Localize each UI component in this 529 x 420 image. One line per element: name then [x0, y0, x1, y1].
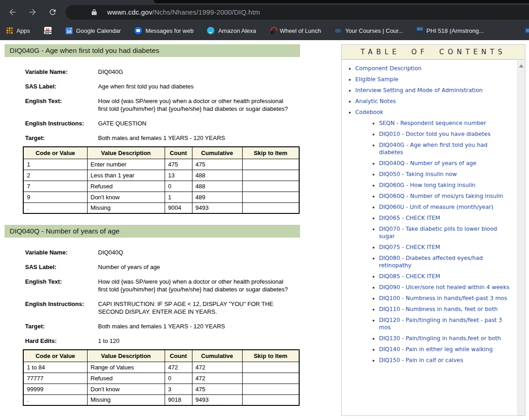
browser-toolbar: wwwn.cdc.gov/Nchs/Nhanes/1999-2000/DIQ.h… [0, 3, 529, 21]
toc-link-analytic-notes[interactable]: Analytic Notes [355, 98, 396, 104]
table-header-row: Code or Value Value Description Count Cu… [23, 350, 299, 362]
field-value: Age when first told you had diabetes [98, 83, 294, 90]
field-value: Both males and females 1 YEARS - 120 YEA… [98, 134, 294, 142]
toc-link-diq060g[interactable]: DIQ060G - How long taking insulin [379, 182, 476, 188]
cell-cumulative: 472 [192, 373, 242, 384]
column-header: Value Description [87, 350, 165, 362]
toc-link-diq065[interactable]: DIQ065 - CHECK ITEM [379, 215, 440, 221]
bookmark-messages[interactable]: Messages for web [135, 27, 194, 34]
field-value: CAPI INSTRUCTION: IF SP AGE < 12, DISPLA… [98, 300, 294, 316]
toc-link-diq090[interactable]: DIQ090 - Ulcer/sore not healed within 4 … [379, 284, 509, 290]
field-label: Target: [25, 134, 98, 142]
toc-item: Interview Setting and Mode of Administra… [355, 87, 511, 94]
bookmark-wheel-of-lunch[interactable]: K Wheel of Lunch [270, 27, 321, 35]
field-label: English Instructions: [25, 119, 98, 127]
bookmark-google-calendar[interactable]: 14 Google Calendar [66, 27, 121, 34]
toc-sub-item: DIQ085 - CHECK ITEM [379, 273, 511, 280]
cell-description: Refused [87, 373, 165, 384]
toc-sub-item: DIQ140 - Pain in either leg while walkin… [379, 346, 511, 353]
cell-code: . [23, 394, 87, 405]
table-of-contents-panel: TABLE OF CONTENTS Component Description … [341, 44, 525, 416]
toc-sub-item: DIQ110 - Numbness in hands, feet or both [379, 306, 511, 313]
toc-link-diq040q[interactable]: DIQ040Q - Number of years of age [379, 160, 477, 166]
reload-icon [48, 8, 57, 16]
toc-link-diq130[interactable]: DIQ130 - Pain/tingling in hands,feet or … [379, 335, 501, 342]
toc-item: Eligible Sample [355, 76, 511, 83]
alexa-icon [207, 27, 214, 34]
url-bar[interactable]: wwwn.cdc.gov/Nchs/Nhanes/1999-2000/DIQ.h… [66, 5, 529, 20]
apps-grid-icon [6, 27, 13, 34]
bookmark-calendar-label: Google Calendar [76, 27, 121, 34]
bookmark-messages-label: Messages for web [145, 27, 194, 34]
page-content: DIQ040G - Age when first told you had di… [0, 40, 529, 420]
bookmark-phi-label: PHI 518 (Armstrong... [426, 27, 484, 34]
field-value: How old {was SP/were you} when a doctor … [98, 278, 294, 293]
toc-title: TABLE OF CONTENTS [342, 45, 525, 60]
bookmark-gmail[interactable]: M 100+ [44, 27, 52, 34]
toc-link-diq120[interactable]: DIQ120 - Pain/tingling in hands/feet - p… [379, 317, 502, 331]
toc-link-diq150[interactable]: DIQ150 - Pain in calf or calves [379, 357, 463, 363]
cell-count: 0 [165, 373, 192, 384]
cell-description: Missing [87, 394, 165, 405]
column-header: Value Description [87, 147, 165, 159]
toc-link-component-description[interactable]: Component Description [355, 65, 421, 72]
field-value: 1 to 120 [98, 337, 294, 345]
cell-cumulative: 472 [192, 362, 242, 373]
bookmark-wheel-label: Wheel of Lunch [280, 27, 321, 34]
forward-arrow-icon [28, 7, 37, 17]
back-button[interactable] [5, 5, 20, 20]
toc-link-diq010[interactable]: DIQ010 - Doctor told you have diabetes [379, 131, 491, 137]
table-row: 1 Enter number 475 475 [23, 159, 299, 170]
cell-description: Don't know [87, 192, 165, 202]
column-header: Code or Value [23, 147, 87, 159]
bookmarks-bar: Apps M 100+ 14 Google Calendar Messages … [0, 21, 529, 40]
shield-icon [417, 27, 423, 34]
toc-item: Codebook SEQN - Respondent sequence numb… [355, 109, 511, 364]
table-row: 2 Less than 1 year 13 488 [23, 170, 299, 181]
toc-scrollbar[interactable] [517, 60, 525, 415]
column-header: Count [165, 350, 192, 362]
toc-link-interview-setting[interactable]: Interview Setting and Mode of Administra… [355, 87, 482, 93]
forward-button[interactable] [25, 5, 40, 20]
table-row: 99999 Don't know 3 475 [23, 384, 299, 394]
codebook-table-diq040g: Code or Value Value Description Count Cu… [23, 146, 300, 214]
toc-sub-item: DIQ070 - Take diabetic pills to lower bl… [379, 225, 511, 240]
bookmark-apps[interactable]: Apps [6, 27, 30, 34]
partial-favicon[interactable] [524, 27, 529, 34]
cell-count: 9018 [165, 394, 192, 405]
toc-link-diq040g[interactable]: DIQ040G - Age when first told you had di… [379, 142, 488, 156]
reload-button[interactable] [45, 5, 60, 20]
toc-link-diq085[interactable]: DIQ085 - CHECK ITEM [379, 273, 440, 280]
toc-link-diq060q[interactable]: DIQ060Q - Number of mos/yrs taking insul… [379, 193, 503, 199]
toc-sub-item: DIQ120 - Pain/tingling in hands/feet - p… [379, 316, 511, 331]
cell-cumulative: 489 [192, 192, 242, 202]
table-row: 9 Don't know 1 489 [23, 192, 299, 202]
toc-sub-item: DIQ060U - Unit of measure (month/year) [379, 203, 511, 211]
cell-cumulative: 475 [192, 384, 242, 394]
toc-link-diq070[interactable]: DIQ070 - Take diabetic pills to lower bl… [379, 226, 497, 239]
bookmark-courses-label: Your Courses | Cour... [345, 27, 403, 34]
toc-link-diq075[interactable]: DIQ075 - CHECK ITEM [379, 244, 440, 250]
cell-count: 472 [165, 362, 192, 373]
toc-link-diq080[interactable]: DIQ080 - Diabetes affected eyes/had reti… [379, 255, 483, 269]
cell-description: Enter number [87, 159, 165, 170]
toc-link-diq050[interactable]: DIQ050 - Taking insulin now [379, 171, 457, 177]
toc-link-eligible-sample[interactable]: Eligible Sample [355, 76, 399, 83]
cell-cumulative: 488 [192, 170, 242, 181]
toc-link-seqn[interactable]: SEQN - Respondent sequence number [379, 120, 486, 126]
bookmark-phi-518[interactable]: PHI 518 (Armstrong... [417, 27, 484, 34]
toc-link-diq140[interactable]: DIQ140 - Pain in either leg while walkin… [379, 346, 493, 353]
toc-link-diq100[interactable]: DIQ100 - Numbness in hands/feet-past 3 m… [379, 295, 507, 301]
toc-link-codebook[interactable]: Codebook [355, 109, 383, 115]
toc-link-diq110[interactable]: DIQ110 - Numbness in hands, feet or both [379, 306, 498, 312]
main-column: DIQ040G - Age when first told you had di… [5, 44, 300, 406]
scroll-up-arrow-icon[interactable] [519, 64, 524, 67]
bookmark-your-courses[interactable]: ∞ Your Courses | Cour... [335, 27, 403, 34]
bookmark-alexa[interactable]: Amazon Alexa [207, 27, 256, 34]
cell-cumulative: 488 [192, 181, 242, 192]
column-header: Code or Value [23, 350, 87, 362]
field-label: Variable Name: [25, 68, 98, 76]
field-value: DIQ040Q [98, 249, 294, 256]
toc-link-diq060u[interactable]: DIQ060U - Unit of measure (month/year) [379, 204, 493, 210]
field-label: Target: [25, 322, 98, 330]
